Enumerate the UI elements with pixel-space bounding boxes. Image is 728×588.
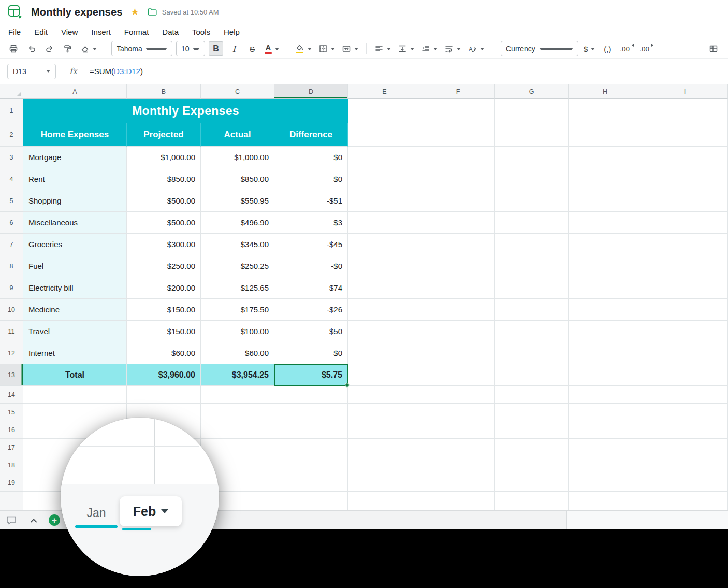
cell-C10[interactable]: $175.50 xyxy=(201,299,274,321)
col-header-B[interactable]: B xyxy=(127,84,201,99)
cell-D20[interactable] xyxy=(274,492,348,510)
cell-E11[interactable] xyxy=(348,321,421,342)
cell-B13[interactable]: $3,960.00 xyxy=(127,364,201,386)
cell-A10[interactable]: Medicine xyxy=(23,299,127,321)
row-header-17[interactable]: 17 xyxy=(0,439,23,456)
cell-I14[interactable] xyxy=(642,386,728,404)
cell-E1[interactable] xyxy=(348,99,421,123)
cell-H14[interactable] xyxy=(569,386,642,404)
cell-D12[interactable]: $0 xyxy=(274,342,348,364)
cell-F17[interactable] xyxy=(421,439,495,456)
cell-I7[interactable] xyxy=(642,234,728,255)
row-header-11[interactable]: 11 xyxy=(0,321,23,342)
horizontal-scrollbar[interactable] xyxy=(566,511,728,529)
row-header-3[interactable]: 3 xyxy=(0,147,23,168)
cell-H11[interactable] xyxy=(569,321,642,342)
row-header-1[interactable]: 1 xyxy=(0,99,23,123)
cell-F19[interactable] xyxy=(421,474,495,492)
row-header-18[interactable]: 18 xyxy=(0,456,23,474)
cell-G18[interactable] xyxy=(495,456,569,474)
cell-H8[interactable] xyxy=(569,255,642,277)
cell-B5[interactable]: $500.00 xyxy=(127,190,201,212)
cell-I16[interactable] xyxy=(642,421,728,439)
cell-B7[interactable]: $300.00 xyxy=(127,234,201,255)
cell-B14[interactable] xyxy=(127,386,201,404)
cell-G1[interactable] xyxy=(495,99,569,123)
cell-C5[interactable]: $550.95 xyxy=(201,190,274,212)
row-header-13[interactable]: 13 xyxy=(0,364,23,386)
cell-G2[interactable] xyxy=(495,123,569,147)
row-header-10[interactable]: 10 xyxy=(0,299,23,321)
row-header-7[interactable]: 7 xyxy=(0,234,23,255)
row-header-14[interactable]: 14 xyxy=(0,386,23,404)
cell-E12[interactable] xyxy=(348,342,421,364)
cell-E9[interactable] xyxy=(348,277,421,299)
cell-H12[interactable] xyxy=(569,342,642,364)
cell-A7[interactable]: Groceries xyxy=(23,234,127,255)
row-header-15[interactable]: 15 xyxy=(0,404,23,421)
cell-H5[interactable] xyxy=(569,190,642,212)
cell-D3[interactable]: $0 xyxy=(274,147,348,168)
cell-C8[interactable]: $250.25 xyxy=(201,255,274,277)
cell-B11[interactable]: $150.00 xyxy=(127,321,201,342)
cell-G3[interactable] xyxy=(495,147,569,168)
cell-D4[interactable]: $0 xyxy=(274,168,348,190)
row-header-6[interactable]: 6 xyxy=(0,212,23,234)
cell-I8[interactable] xyxy=(642,255,728,277)
cell-A8[interactable]: Fuel xyxy=(23,255,127,277)
cell-E17[interactable] xyxy=(348,439,421,456)
col-header-G[interactable]: G xyxy=(495,84,569,99)
cell-I4[interactable] xyxy=(642,168,728,190)
cell-D14[interactable] xyxy=(274,386,348,404)
cell-D2[interactable]: Difference xyxy=(274,123,348,147)
cell-A4[interactable]: Rent xyxy=(23,168,127,190)
row-header-19[interactable]: 19 xyxy=(0,474,23,492)
cell-F20[interactable] xyxy=(421,492,495,510)
cell-D7[interactable]: -$45 xyxy=(274,234,348,255)
cell-B3[interactable]: $1,000.00 xyxy=(127,147,201,168)
cell-E16[interactable] xyxy=(348,421,421,439)
sheet-tab-feb[interactable]: Feb xyxy=(120,496,182,526)
col-header-D[interactable]: D xyxy=(274,84,348,99)
cell-F7[interactable] xyxy=(421,234,495,255)
cell-A6[interactable]: Miscellaneous xyxy=(23,212,127,234)
cell-E4[interactable] xyxy=(348,168,421,190)
cell-B2[interactable]: Projected xyxy=(127,123,201,147)
cell-G15[interactable] xyxy=(495,404,569,421)
cell-G16[interactable] xyxy=(495,421,569,439)
cell-F8[interactable] xyxy=(421,255,495,277)
cell-E20[interactable] xyxy=(348,492,421,510)
cell-F16[interactable] xyxy=(421,421,495,439)
cell-G14[interactable] xyxy=(495,386,569,404)
cell-H4[interactable] xyxy=(569,168,642,190)
cell-D11[interactable]: $50 xyxy=(274,321,348,342)
cell-H16[interactable] xyxy=(569,421,642,439)
cell-G7[interactable] xyxy=(495,234,569,255)
cell-I20[interactable] xyxy=(642,492,728,510)
cell-D6[interactable]: $3 xyxy=(274,212,348,234)
cell-E3[interactable] xyxy=(348,147,421,168)
cell-C2[interactable]: Actual xyxy=(201,123,274,147)
col-header-I[interactable]: I xyxy=(642,84,728,99)
cell-B6[interactable]: $500.00 xyxy=(127,212,201,234)
cell-C11[interactable]: $100.00 xyxy=(201,321,274,342)
cell-B9[interactable]: $200.00 xyxy=(127,277,201,299)
row-header-9[interactable]: 9 xyxy=(0,277,23,299)
cell-B4[interactable]: $850.00 xyxy=(127,168,201,190)
cell-H1[interactable] xyxy=(569,99,642,123)
cell-D19[interactable] xyxy=(274,474,348,492)
cell-F11[interactable] xyxy=(421,321,495,342)
cell-H10[interactable] xyxy=(569,299,642,321)
cell-C15[interactable] xyxy=(201,404,274,421)
cell-F9[interactable] xyxy=(421,277,495,299)
cell-I15[interactable] xyxy=(642,404,728,421)
cell-I3[interactable] xyxy=(642,147,728,168)
cell-A13[interactable]: Total xyxy=(23,364,127,386)
cell-H9[interactable] xyxy=(569,277,642,299)
cell-I2[interactable] xyxy=(642,123,728,147)
cell-E15[interactable] xyxy=(348,404,421,421)
cell-E19[interactable] xyxy=(348,474,421,492)
cell-G8[interactable] xyxy=(495,255,569,277)
cell-F3[interactable] xyxy=(421,147,495,168)
cell-E5[interactable] xyxy=(348,190,421,212)
